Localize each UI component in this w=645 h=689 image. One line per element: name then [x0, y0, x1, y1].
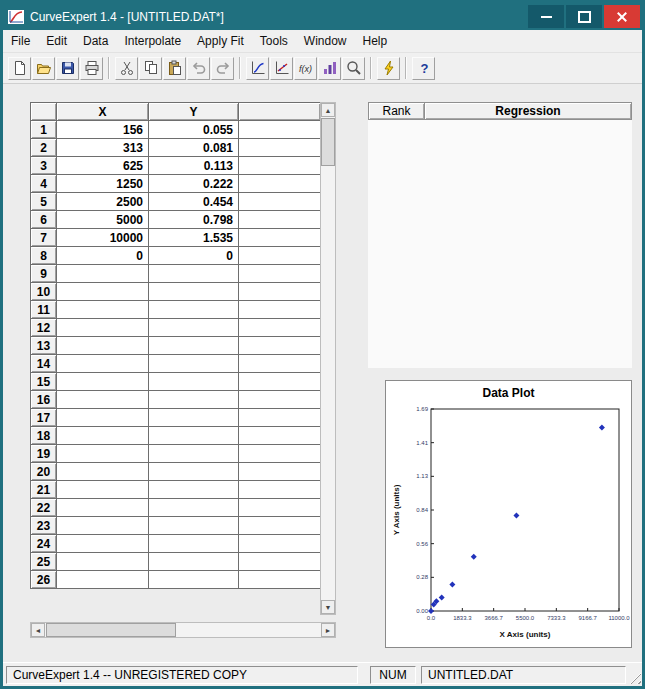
grid-cell[interactable] — [149, 265, 239, 283]
grid-cell[interactable] — [57, 535, 149, 553]
grid-cell[interactable] — [239, 499, 321, 517]
grid-cell[interactable] — [149, 301, 239, 319]
menu-item-window[interactable]: Window — [296, 31, 355, 51]
help-button[interactable]: ? — [412, 57, 435, 80]
grid-cell[interactable] — [239, 355, 321, 373]
menu-item-file[interactable]: File — [3, 31, 38, 51]
scroll-right-button[interactable]: ► — [321, 623, 335, 637]
grid-cell[interactable] — [149, 283, 239, 301]
maximize-button[interactable] — [566, 5, 602, 28]
evaluate-button[interactable]: f(x) — [294, 57, 317, 80]
grid-cell[interactable] — [239, 157, 321, 175]
grid-cell[interactable] — [239, 319, 321, 337]
grid-cell[interactable] — [239, 553, 321, 571]
row-header[interactable]: 2 — [31, 139, 57, 157]
horizontal-scroll-thumb[interactable] — [46, 623, 176, 637]
grid-cell[interactable] — [149, 319, 239, 337]
undo-button[interactable] — [187, 57, 210, 80]
new-button[interactable] — [8, 57, 31, 80]
row-header[interactable]: 23 — [31, 517, 57, 535]
rank-column-header[interactable]: Rank — [368, 102, 425, 120]
row-header[interactable]: 26 — [31, 571, 57, 589]
grid-cell[interactable]: 5000 — [57, 211, 149, 229]
menu-item-apply-fit[interactable]: Apply Fit — [189, 31, 252, 51]
grid-cell[interactable] — [57, 517, 149, 535]
grid-cell[interactable] — [239, 373, 321, 391]
row-header[interactable]: 13 — [31, 337, 57, 355]
grid-cell[interactable]: 0.055 — [149, 121, 239, 139]
grid-cell[interactable] — [57, 301, 149, 319]
paste-button[interactable] — [163, 57, 186, 80]
scroll-down-button[interactable]: ▼ — [321, 600, 335, 614]
grid-cell[interactable] — [57, 481, 149, 499]
row-header[interactable]: 18 — [31, 427, 57, 445]
rank-fits-button[interactable] — [318, 57, 341, 80]
grid-cell[interactable] — [149, 445, 239, 463]
grid-cell[interactable] — [239, 571, 321, 589]
grid-cell[interactable] — [57, 445, 149, 463]
curve-fit-button[interactable] — [270, 57, 293, 80]
grid-cell[interactable]: 1250 — [57, 175, 149, 193]
grid-cell[interactable] — [149, 391, 239, 409]
scroll-up-button[interactable]: ▲ — [321, 103, 335, 117]
grid-cell[interactable] — [57, 463, 149, 481]
row-header[interactable]: 14 — [31, 355, 57, 373]
regression-rank-list[interactable] — [368, 120, 632, 368]
grid-cell[interactable] — [239, 229, 321, 247]
grid-corner-cell[interactable] — [31, 103, 57, 121]
row-header[interactable]: 21 — [31, 481, 57, 499]
close-button[interactable] — [604, 5, 640, 28]
resize-grip[interactable] — [628, 671, 641, 684]
grid-cell[interactable] — [239, 193, 321, 211]
zoom-button[interactable] — [342, 57, 365, 80]
grid-cell[interactable]: 10000 — [57, 229, 149, 247]
grid-cell[interactable] — [239, 409, 321, 427]
grid-cell[interactable]: 0 — [149, 247, 239, 265]
grid-cell[interactable] — [149, 355, 239, 373]
open-button[interactable] — [32, 57, 55, 80]
menu-item-interpolate[interactable]: Interpolate — [116, 31, 189, 51]
grid-cell[interactable] — [149, 337, 239, 355]
row-header[interactable]: 24 — [31, 535, 57, 553]
menu-item-tools[interactable]: Tools — [252, 31, 296, 51]
grid-cell[interactable]: 156 — [57, 121, 149, 139]
grid-cell[interactable] — [57, 553, 149, 571]
grid-cell[interactable] — [57, 391, 149, 409]
row-header[interactable]: 22 — [31, 499, 57, 517]
grid-col-header-x[interactable]: X — [57, 103, 149, 121]
grid-cell[interactable] — [239, 247, 321, 265]
grid-cell[interactable] — [239, 427, 321, 445]
grid-cell[interactable]: 0.113 — [149, 157, 239, 175]
title-bar[interactable]: CurveExpert 1.4 - [UNTITLED.DAT*] — [3, 3, 642, 30]
plot-data-button[interactable] — [246, 57, 269, 80]
row-header[interactable]: 8 — [31, 247, 57, 265]
grid-cell[interactable] — [239, 481, 321, 499]
grid-cell[interactable] — [57, 427, 149, 445]
grid-cell[interactable] — [149, 463, 239, 481]
plot-canvas[interactable]: 0.01833.33666.75500.07333.39166.711000.0… — [386, 403, 633, 647]
vertical-scroll-thumb[interactable] — [321, 118, 335, 166]
grid-cell[interactable] — [239, 391, 321, 409]
row-header[interactable]: 6 — [31, 211, 57, 229]
grid-cell[interactable]: 0 — [57, 247, 149, 265]
minimize-button[interactable] — [528, 5, 564, 28]
calculate-button[interactable] — [377, 57, 400, 80]
grid-cell[interactable] — [239, 175, 321, 193]
scroll-left-button[interactable]: ◄ — [31, 623, 45, 637]
grid-cell[interactable] — [57, 319, 149, 337]
grid-cell[interactable] — [239, 211, 321, 229]
grid-cell[interactable]: 0.798 — [149, 211, 239, 229]
row-header[interactable]: 4 — [31, 175, 57, 193]
grid-vertical-scrollbar[interactable]: ▲ ▼ — [320, 102, 336, 615]
grid-cell[interactable] — [149, 553, 239, 571]
cut-button[interactable] — [115, 57, 138, 80]
grid-cell[interactable] — [149, 571, 239, 589]
grid-cell[interactable] — [57, 499, 149, 517]
grid-cell[interactable] — [149, 427, 239, 445]
grid-cell[interactable] — [57, 283, 149, 301]
menu-item-data[interactable]: Data — [75, 31, 116, 51]
grid-cell[interactable]: 625 — [57, 157, 149, 175]
grid-cell[interactable]: 1.535 — [149, 229, 239, 247]
grid-cell[interactable] — [239, 265, 321, 283]
grid-col-header-blank[interactable] — [239, 103, 321, 121]
